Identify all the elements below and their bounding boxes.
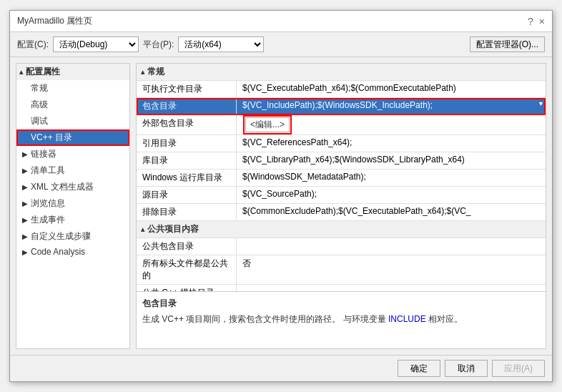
prop-value-excl[interactable]: $(CommonExcludePath);$(VC_ExecutablePath… [237, 204, 546, 220]
highlight-word: INCLUDE [388, 314, 426, 324]
properties-dialog: MyArmadillo 属性页 ? × 配置(C): 活动(Debug) 平台(… [9, 10, 553, 382]
prop-name-include: 包含目录 [137, 98, 237, 114]
cancel-button[interactable]: 取消 [445, 360, 488, 377]
public-section-arrow-icon: ▴ [141, 225, 144, 233]
sidebar-item-code-analysis[interactable]: ▶Code Analysis [16, 245, 129, 259]
prop-value-winlib[interactable]: $(WindowsSDK_MetadataPath); [237, 170, 546, 186]
config-select[interactable]: 活动(Debug) [53, 36, 139, 52]
title-bar: MyArmadillo 属性页 ? × [10, 11, 552, 32]
prop-value-ext-include[interactable]: <编辑...> [237, 115, 546, 134]
table-row-pub-inc: 公共包含目录 [137, 238, 546, 255]
main-area: ▴ 配置属性 常规 高级 调试 VC++ 目录 ▶链接器 ▶清单工具 ▶XML … [10, 57, 552, 355]
platform-select[interactable]: 活动(x64) [178, 36, 264, 52]
help-button[interactable]: ? [528, 16, 533, 27]
config-manager-button[interactable]: 配置管理器(O)... [470, 36, 545, 52]
close-button[interactable]: × [539, 16, 545, 27]
custom-build-arrow-icon: ▶ [22, 232, 28, 240]
table-row-include: 包含目录 $(VC_IncludePath);$(WindowsSDK_Incl… [137, 98, 546, 115]
sidebar-item-common[interactable]: 常规 [16, 80, 129, 97]
linker-arrow-icon: ▶ [22, 150, 28, 158]
prop-name-all-headers: 所有标头文件都是公共的 [137, 255, 237, 284]
section-header-public[interactable]: ▴ 公共项目内容 [137, 221, 546, 238]
sidebar-item-linker[interactable]: ▶链接器 [16, 146, 129, 162]
dialog-title: MyArmadillo 属性页 [17, 15, 92, 27]
table-row: 可执行文件目录 $(VC_ExecutablePath_x64);$(Commo… [137, 81, 546, 98]
table-row-ref: 引用目录 $(VC_ReferencesPath_x64); [137, 135, 546, 152]
props-table: ▴ 常规 可执行文件目录 $(VC_ExecutablePath_x64);$(… [137, 64, 546, 291]
prop-name-ext-include: 外部包含目录 [137, 115, 237, 134]
prop-value-ref[interactable]: $(VC_ReferencesPath_x64); [237, 135, 546, 152]
prop-value-pub-inc[interactable] [237, 238, 546, 255]
general-section-title: 常规 [147, 66, 164, 78]
footer: 确定 取消 应用(A) [10, 355, 552, 381]
sidebar-item-build-events[interactable]: ▶生成事件 [16, 212, 129, 228]
prop-value-src[interactable]: $(VC_SourcePath); [237, 187, 546, 203]
table-row-ext-include: 外部包含目录 <编辑...> [137, 115, 546, 135]
build-events-arrow-icon: ▶ [22, 216, 28, 224]
prop-value-include[interactable]: $(VC_IncludePath);$(WindowsSDK_IncludePa… [237, 98, 546, 114]
section-header-general[interactable]: ▴ 常规 [137, 64, 546, 81]
prop-value-pub-module[interactable] [237, 285, 546, 291]
table-row-pub-module: 公共 C++ 模块目录 [137, 285, 546, 291]
info-panel-title: 包含目录 [142, 298, 540, 310]
general-section-arrow-icon: ▴ [141, 68, 144, 76]
clean-tool-arrow-icon: ▶ [22, 167, 28, 175]
title-bar-controls: ? × [528, 16, 545, 27]
config-label: 配置(C): [17, 39, 49, 51]
prop-value-lib[interactable]: $(VC_LibraryPath_x64);$(WindowsSDK_Libra… [237, 152, 546, 169]
sidebar-item-advanced[interactable]: 高级 [16, 97, 129, 113]
platform-label: 平台(P): [143, 39, 174, 51]
code-analysis-arrow-icon: ▶ [22, 248, 28, 256]
sidebar: ▴ 配置属性 常规 高级 调试 VC++ 目录 ▶链接器 ▶清单工具 ▶XML … [16, 63, 130, 349]
info-panel-text: 生成 VC++ 项目期间，搜索包含文件时使用的路径。 与环境变量 INCLUDE… [142, 313, 540, 325]
xml-gen-arrow-icon: ▶ [22, 183, 28, 191]
table-row-winlib: Windows 运行库目录 $(WindowsSDK_MetadataPath)… [137, 170, 546, 187]
apply-button[interactable]: 应用(A) [492, 360, 545, 377]
sidebar-root: ▴ 配置属性 [16, 64, 129, 80]
sidebar-item-xml-gen[interactable]: ▶XML 文档生成器 [16, 179, 129, 195]
prop-name-pub-inc: 公共包含目录 [137, 238, 237, 255]
table-row-src: 源目录 $(VC_SourcePath); [137, 187, 546, 204]
sidebar-item-clean-tool[interactable]: ▶清单工具 [16, 162, 129, 179]
prop-value[interactable]: $(VC_ExecutablePath_x64);$(CommonExecuta… [237, 81, 546, 97]
prop-name-ref: 引用目录 [137, 135, 237, 152]
prop-name: 可执行文件目录 [137, 81, 237, 97]
table-row-lib: 库目录 $(VC_LibraryPath_x64);$(WindowsSDK_L… [137, 152, 546, 170]
prop-name-winlib: Windows 运行库目录 [137, 170, 237, 186]
prop-name-pub-module: 公共 C++ 模块目录 [137, 285, 237, 291]
edit-popup-button[interactable]: <编辑...> [245, 117, 290, 132]
info-panel: 包含目录 生成 VC++ 项目期间，搜索包含文件时使用的路径。 与环境变量 IN… [137, 291, 546, 348]
sidebar-item-custom-build[interactable]: ▶自定义生成步骤 [16, 228, 129, 245]
content-area: ▴ 常规 可执行文件目录 $(VC_ExecutablePath_x64);$(… [136, 63, 546, 349]
sidebar-item-debug[interactable]: 调试 [16, 113, 129, 129]
sidebar-root-label: 配置属性 [26, 66, 60, 78]
prop-name-excl: 排除目录 [137, 204, 237, 220]
table-row-excl: 排除目录 $(CommonExcludePath);$(VC_Executabl… [137, 204, 546, 221]
prop-name-lib: 库目录 [137, 152, 237, 169]
browse-arrow-icon: ▶ [22, 200, 28, 207]
prop-name-src: 源目录 [137, 187, 237, 203]
prop-value-all-headers[interactable]: 否 [237, 255, 546, 284]
sidebar-item-vc-dirs[interactable]: VC++ 目录 [16, 129, 129, 146]
table-row-all-headers-public: 所有标头文件都是公共的 否 [137, 255, 546, 285]
toolbar: 配置(C): 活动(Debug) 平台(P): 活动(x64) 配置管理器(O)… [10, 32, 552, 57]
sidebar-item-browse[interactable]: ▶浏览信息 [16, 195, 129, 212]
ok-button[interactable]: 确定 [398, 360, 440, 377]
public-section-title: 公共项目内容 [147, 223, 199, 235]
root-arrow-icon: ▴ [19, 68, 23, 76]
